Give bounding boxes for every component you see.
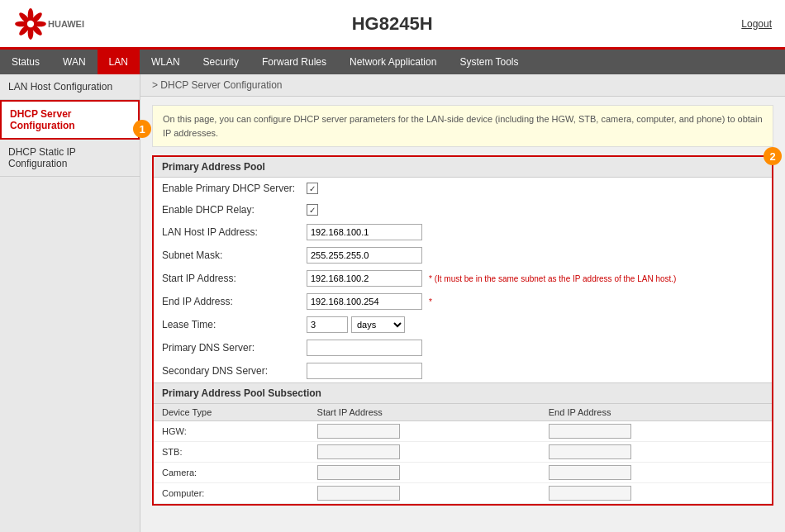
input-end-ip[interactable] <box>307 293 422 310</box>
svg-point-8 <box>27 20 34 26</box>
input-secondary-dns[interactable] <box>307 363 422 379</box>
hgw-end-ip <box>540 421 772 442</box>
nav-system-tools[interactable]: System Tools <box>448 50 530 74</box>
field-enable-dhcp-relay: Enable DHCP Relay: ✓ <box>154 199 772 221</box>
label-secondary-dns: Secondary DNS Server: <box>162 365 307 377</box>
label-subnet-mask: Subnet Mask: <box>162 249 307 261</box>
device-hgw: HGW: <box>154 421 309 442</box>
table-row: HGW: <box>154 421 772 442</box>
end-ip-note: * <box>429 297 432 306</box>
label-primary-dns: Primary DNS Server: <box>162 342 307 354</box>
select-lease-unit[interactable]: days hours minutes <box>351 316 405 333</box>
camera-start-ip <box>309 463 540 483</box>
sidebar-item-dhcp-static[interactable]: DHCP Static IP Configuration <box>0 140 140 177</box>
label-enable-relay: Enable DHCP Relay: <box>162 204 307 216</box>
col-end-ip: End IP Address <box>540 404 772 421</box>
nav-forward-rules[interactable]: Forward Rules <box>250 50 338 74</box>
device-stb: STB: <box>154 442 309 463</box>
input-primary-dns[interactable] <box>307 340 422 356</box>
nav-lan[interactable]: LAN <box>98 50 140 74</box>
device-computer: Computer: <box>154 483 309 504</box>
value-subnet-mask <box>307 247 764 264</box>
field-end-ip: End IP Address: * <box>154 290 772 313</box>
breadcrumb: > DHCP Server Configuration <box>140 74 785 97</box>
input-hgw-start[interactable] <box>317 424 400 439</box>
stb-start-ip <box>309 442 540 463</box>
value-secondary-dns <box>307 363 764 379</box>
sidebar: LAN Host Configuration DHCP Server Confi… <box>0 74 140 532</box>
nav-wlan[interactable]: WLAN <box>140 50 192 74</box>
field-subnet-mask: Subnet Mask: <box>154 244 772 267</box>
input-stb-end[interactable] <box>549 444 631 459</box>
computer-end-ip <box>540 483 772 504</box>
logout-button[interactable]: Logout <box>741 18 772 30</box>
label-start-ip: Start IP Address: <box>162 273 307 284</box>
input-lan-host-ip[interactable] <box>307 224 422 240</box>
value-lan-host-ip <box>307 224 764 240</box>
field-start-ip: Start IP Address: * (It must be in the s… <box>154 267 772 290</box>
field-secondary-dns: Secondary DNS Server: <box>154 359 772 382</box>
value-enable-relay: ✓ <box>307 204 764 216</box>
input-computer-start[interactable] <box>317 486 400 501</box>
navbar: Status WAN LAN WLAN Security Forward Rul… <box>0 50 785 74</box>
primary-pool-section: 2 Primary Address Pool Enable Primary DH… <box>152 155 773 506</box>
checkbox-enable-relay[interactable]: ✓ <box>307 204 318 216</box>
sidebar-item-lan-host[interactable]: LAN Host Configuration <box>0 74 140 100</box>
nav-network-application[interactable]: Network Application <box>338 50 448 74</box>
input-camera-end[interactable] <box>549 465 631 480</box>
checkbox-enable-primary[interactable]: ✓ <box>307 183 318 194</box>
header: HUAWEI HG8245H Logout <box>0 0 785 50</box>
value-end-ip: * <box>307 293 764 310</box>
value-lease-time: days hours minutes <box>307 316 764 333</box>
main-content: > DHCP Server Configuration On this page… <box>140 74 785 532</box>
input-stb-start[interactable] <box>317 444 400 459</box>
field-lease-time: Lease Time: days hours minutes <box>154 313 772 336</box>
sidebar-item-dhcp-label: DHCP Server Configuration <box>10 108 75 131</box>
computer-start-ip <box>309 483 540 504</box>
input-camera-start[interactable] <box>317 465 400 480</box>
subsection-table: Device Type Start IP Address End IP Addr… <box>154 404 772 504</box>
device-title: HG8245H <box>43 13 741 35</box>
field-primary-dns: Primary DNS Server: <box>154 336 772 359</box>
label-lan-host-ip: LAN Host IP Address: <box>162 226 307 238</box>
value-start-ip: * (It must be in the same subnet as the … <box>307 270 764 287</box>
field-lan-host-ip: LAN Host IP Address: <box>154 221 772 244</box>
content-wrapper: LAN Host Configuration DHCP Server Confi… <box>0 74 785 532</box>
table-row: Camera: <box>154 463 772 483</box>
label-lease-time: Lease Time: <box>162 319 307 330</box>
device-camera: Camera: <box>154 463 309 483</box>
annotation-2: 2 <box>764 147 782 165</box>
input-lease-time[interactable] <box>307 316 348 333</box>
value-primary-dns <box>307 340 764 356</box>
info-box: On this page, you can configure DHCP ser… <box>152 105 773 147</box>
table-row: Computer: <box>154 483 772 504</box>
label-end-ip: End IP Address: <box>162 296 307 307</box>
value-enable-primary: ✓ <box>307 183 764 194</box>
camera-end-ip <box>540 463 772 483</box>
input-hgw-end[interactable] <box>549 424 631 439</box>
hgw-start-ip <box>309 421 540 442</box>
table-row: STB: <box>154 442 772 463</box>
col-start-ip: Start IP Address <box>309 404 540 421</box>
input-computer-end[interactable] <box>549 486 631 501</box>
sidebar-item-dhcp-server[interactable]: DHCP Server Configuration <box>0 100 140 140</box>
start-ip-note: * (It must be in the same subnet as the … <box>429 274 676 283</box>
field-enable-primary-dhcp: Enable Primary DHCP Server: ✓ <box>154 178 772 199</box>
col-device-type: Device Type <box>154 404 309 421</box>
input-subnet-mask[interactable] <box>307 247 422 264</box>
annotation-1: 1 <box>133 120 151 138</box>
nav-security[interactable]: Security <box>192 50 250 74</box>
nav-status[interactable]: Status <box>0 50 51 74</box>
label-enable-primary: Enable Primary DHCP Server: <box>162 183 307 194</box>
nav-wan[interactable]: WAN <box>51 50 98 74</box>
stb-end-ip <box>540 442 772 463</box>
primary-pool-title: Primary Address Pool <box>154 157 772 178</box>
input-start-ip[interactable] <box>307 270 422 287</box>
subsection-title: Primary Address Pool Subsection <box>154 382 772 404</box>
